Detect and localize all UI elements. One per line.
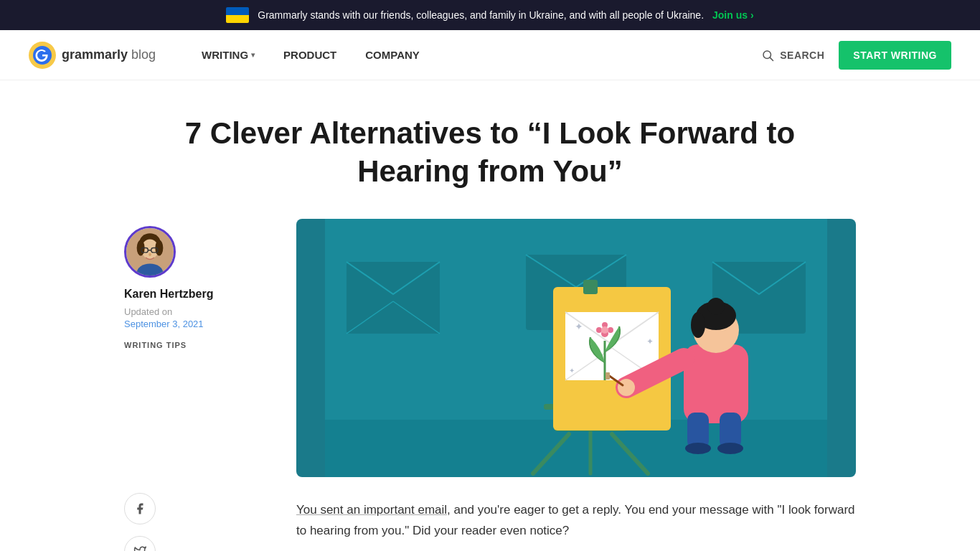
search-icon [761, 49, 774, 62]
search-button[interactable]: SEARCH [761, 49, 824, 62]
svg-point-33 [596, 327, 602, 333]
navbar: grammarly blog WRITING ▾ PRODUCT COMPANY… [0, 30, 980, 80]
hero-image: ✦ ✦ ✦ ✦ [296, 219, 856, 477]
body-link[interactable]: You sent an important email [296, 503, 447, 517]
facebook-share-button[interactable] [124, 493, 156, 524]
svg-line-3 [771, 57, 773, 60]
hero-illustration: ✦ ✦ ✦ ✦ [296, 219, 856, 477]
author-name: Karen Hertzberg [124, 288, 268, 301]
svg-point-12 [149, 253, 151, 256]
twitter-icon [133, 545, 146, 551]
join-us-link[interactable]: Join us › [712, 9, 754, 21]
logo-text: grammarly blog [62, 47, 156, 62]
svg-point-51 [685, 443, 711, 454]
nav-product[interactable]: PRODUCT [272, 43, 348, 67]
svg-point-46 [618, 379, 635, 396]
nav-links: WRITING ▾ PRODUCT COMPANY [190, 43, 761, 67]
article-title: 7 Clever Alternatives to “I Look Forward… [124, 80, 856, 219]
svg-rect-15 [347, 262, 440, 334]
main-content: 7 Clever Alternatives to “I Look Forward… [95, 80, 885, 551]
writing-chevron-icon: ▾ [251, 51, 255, 59]
category-tag: WRITING TIPS [124, 341, 268, 349]
grammarly-logo-icon [29, 42, 56, 69]
svg-text:✦: ✦ [646, 336, 654, 347]
svg-point-44 [691, 312, 705, 338]
article-layout: Karen Hertzberg Updated on September 3, … [124, 219, 856, 551]
nav-right: SEARCH START WRITING [761, 41, 951, 70]
nav-writing[interactable]: WRITING ▾ [190, 43, 266, 67]
facebook-icon [133, 502, 146, 515]
ukraine-banner: Grammarly stands with our friends, colle… [0, 0, 980, 30]
author-avatar [124, 226, 176, 278]
article-main: ✦ ✦ ✦ ✦ [296, 219, 856, 542]
start-writing-button[interactable]: START WRITING [839, 41, 951, 70]
hero-image-wrapper: ✦ ✦ ✦ ✦ [296, 219, 856, 477]
updated-date: September 3, 2021 [124, 319, 268, 329]
nav-company[interactable]: COMPANY [354, 43, 431, 67]
avatar-image [126, 228, 174, 276]
svg-rect-48 [606, 372, 610, 380]
twitter-share-button[interactable] [124, 536, 156, 551]
svg-text:✦: ✦ [575, 321, 583, 332]
svg-point-45 [707, 298, 725, 315]
svg-point-34 [608, 327, 613, 333]
svg-text:✦: ✦ [569, 367, 575, 375]
svg-point-36 [601, 326, 608, 334]
updated-on-label: Updated on [124, 306, 268, 317]
svg-rect-27 [583, 280, 598, 294]
article-body-text: You sent an important email, and you're … [296, 500, 856, 542]
logo-link[interactable]: grammarly blog [29, 42, 156, 69]
social-icons [124, 493, 268, 551]
ukraine-flag [226, 7, 249, 23]
article-sidebar: Karen Hertzberg Updated on September 3, … [124, 219, 268, 551]
svg-point-52 [717, 443, 743, 454]
banner-text: Grammarly stands with our friends, colle… [258, 9, 704, 21]
